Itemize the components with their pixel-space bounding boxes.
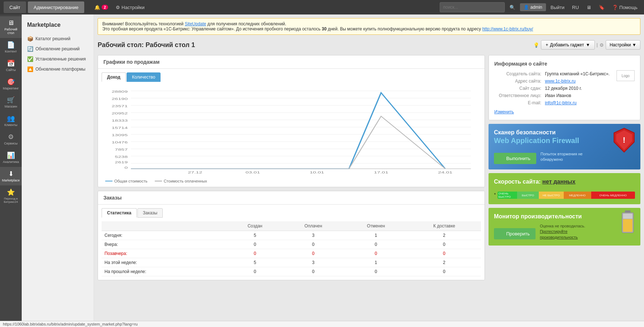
svg-text:5238: 5238: [115, 155, 128, 159]
catalog-label: Каталог решений: [35, 36, 71, 41]
tab-orders[interactable]: Заказы: [137, 208, 163, 218]
bell-icon: 🔔: [94, 5, 100, 10]
catalog-icon: 📦: [27, 36, 33, 42]
left-column: Графики по продажам Доход Количество 288…: [98, 55, 485, 280]
logo-placeholder: Logo: [617, 70, 635, 81]
sales-chart: 28809 26190 23571 20952 18333 15714 1309…: [105, 87, 477, 174]
tab-income[interactable]: Доход: [102, 72, 126, 82]
email-link[interactable]: info@1c-bitrix.ru: [545, 100, 577, 105]
shop-icon: 🛒: [7, 96, 15, 104]
light-icon: 💡: [533, 42, 539, 48]
address-link[interactable]: www.1c-bitrix.ru: [545, 79, 576, 84]
services-icon: ⚙: [8, 133, 14, 141]
sidebar-item-catalog[interactable]: 📦 Каталог решений: [22, 34, 94, 44]
sidebar-item-analytics[interactable]: 📊 Аналитика: [0, 148, 22, 167]
speed-bar: ОЧЕНЬ БЫСТРО БЫСТРО НЕ БЫСТРО МЕДЛЕННО: [498, 192, 635, 199]
sidebar-item-updates[interactable]: 🔄 Обновление решений: [22, 44, 94, 54]
security-subtitle: Web Application Firewall: [494, 137, 588, 145]
notifications-count: 2: [102, 5, 108, 10]
table-row: Позавчера: 0 0 0 0: [102, 249, 481, 258]
email-value: info@1c-bitrix.ru: [545, 100, 577, 105]
sidebar-item-dashboard[interactable]: 🖥 Рабочий стол: [0, 16, 22, 38]
bookmark-icon-btn[interactable]: 🔖: [596, 1, 607, 13]
creator-value: Группа компаний «1С-Битрикс».: [545, 71, 610, 76]
tab-stats[interactable]: Статистика: [102, 208, 137, 218]
sidebar-item-installed[interactable]: ✅ Установленные решения: [22, 54, 94, 64]
row-created: 0: [228, 267, 282, 276]
row-created: 5: [228, 231, 282, 240]
table-row: На этой неделе: 5 3 1 2: [102, 258, 481, 267]
settings-icon: ⚙: [116, 5, 120, 10]
chevron-down-icon-2: ▼: [632, 42, 636, 47]
chart-panel: Графики по продажам Доход Количество 288…: [98, 55, 485, 187]
orders-panel-header: Заказы: [98, 191, 485, 205]
user-button[interactable]: 👤 admin: [520, 3, 546, 11]
page-title: Рабочий стол: Рабочий стол 1: [98, 41, 195, 49]
site-button[interactable]: Сайт: [4, 1, 26, 13]
search-button[interactable]: 🔍: [507, 1, 518, 13]
search-input[interactable]: [440, 2, 505, 12]
installed-icon: ✅: [27, 56, 33, 62]
sidebar-item-content[interactable]: 📄 Контент: [0, 38, 22, 56]
alert-text3: Это пробная версия продукта «1С-Битрикс:…: [102, 26, 322, 32]
speed-label-slow: МЕДЛЕННО: [568, 194, 587, 197]
sidebar-item-marketplace[interactable]: ⬇ Marketplace: [0, 167, 22, 185]
siteupdate-link[interactable]: SiteUpdate: [185, 21, 206, 26]
row-cancelled: 0: [344, 240, 407, 249]
svg-rect-35: [623, 214, 632, 219]
admin-button[interactable]: Администрирование: [28, 1, 84, 13]
info-row-responsible: Ответственное лицо: Иван Иванов: [494, 92, 635, 99]
bitrix24-icon: ⭐: [7, 188, 15, 196]
svg-text:24.01: 24.01: [438, 171, 452, 174]
chart-container: 28809 26190 23571 20952 18333 15714 1309…: [102, 85, 481, 177]
tab-quantity[interactable]: Количество: [127, 72, 161, 82]
sidebar-item-sites[interactable]: 📅 Сайты: [0, 56, 22, 75]
address-value: www.1c-bitrix.ru: [545, 79, 576, 84]
sidebar-item-clients[interactable]: 👥 Клиенты: [0, 112, 22, 130]
row-delivery: 0: [408, 267, 481, 276]
info-row-address: Адрес сайта: www.1c-bitrix.ru: [494, 77, 613, 85]
svg-text:2619: 2619: [115, 160, 128, 164]
orders-table: Создан Оплачен Отменен К доставке Сегодн…: [102, 221, 481, 276]
performance-widget: Монитор производительности Проверить Оце…: [489, 208, 640, 246]
responsible-value: Иван Иванов: [545, 93, 571, 98]
monitor-icon-btn[interactable]: 🖥: [584, 1, 594, 13]
row-cancelled: 1: [344, 231, 407, 240]
perf-status2-link[interactable]: Протестируйте производительность: [540, 229, 578, 239]
lang-button[interactable]: RU: [569, 1, 582, 13]
edit-link[interactable]: Изменить: [494, 109, 635, 114]
sidebar-item-shop[interactable]: 🛒 Магазин: [0, 93, 22, 112]
sidebar-item-platform-update[interactable]: 🔼 Обновление платформы: [22, 64, 94, 74]
secondary-sidebar-title: Marketplace: [22, 18, 94, 34]
info-row-email: E-mail: info@1c-bitrix.ru: [494, 99, 635, 106]
buy-link[interactable]: http://www.1c-bitrix.ru/buy/: [482, 26, 533, 32]
page-actions: 💡 + Добавить гаджет ▼ | ⚙ Настройки ▼: [533, 40, 640, 50]
sidebar-item-bitrix24[interactable]: ⭐ Переход в Битрикс24: [0, 185, 22, 207]
sidebar-item-marketing[interactable]: 🎯 Маркетинг: [0, 75, 22, 93]
settings-topbar-button[interactable]: ⚙ Настройки: [113, 1, 148, 13]
security-execute-button[interactable]: Выполнить: [494, 153, 536, 164]
notifications-button[interactable]: 🔔 2: [91, 1, 111, 13]
dashboard-icon: 🖥: [8, 19, 14, 27]
speed-seg-very-slow: ОЧЕНЬ МЕДЛЕННО: [591, 192, 635, 199]
sidebar-label-sites: Сайты: [6, 68, 16, 72]
speed-label-fast: БЫСТРО: [521, 194, 535, 197]
speed-value-link[interactable]: нет данных: [542, 179, 576, 185]
settings-page-button[interactable]: Настройки ▼: [606, 40, 640, 50]
row-cancelled: 1: [344, 258, 407, 267]
help-button[interactable]: ❓ Помощь: [609, 1, 640, 13]
speed-seg-very-fast: ОЧЕНЬ БЫСТРО: [498, 192, 517, 199]
svg-text:23571: 23571: [112, 104, 128, 108]
updates-icon: 🔄: [27, 46, 33, 52]
chart-tabs: Доход Количество: [102, 72, 481, 82]
created-label: Сайт сдан:: [494, 86, 545, 91]
add-gadget-button[interactable]: + Добавить гаджет ▼: [541, 40, 595, 50]
email-label: E-mail:: [494, 100, 545, 105]
svg-text:28809: 28809: [112, 90, 128, 93]
col-cancelled: Отменен: [344, 221, 407, 231]
sidebar-item-services[interactable]: ⚙ Сервисы: [0, 130, 22, 148]
row-created: 5: [228, 258, 282, 267]
logout-button[interactable]: Выйти: [548, 1, 568, 13]
performance-check-button[interactable]: Проверить: [494, 228, 536, 239]
top-bar: Сайт Администрирование 🔔 2 ⚙ Настройки 🔍…: [0, 0, 644, 14]
